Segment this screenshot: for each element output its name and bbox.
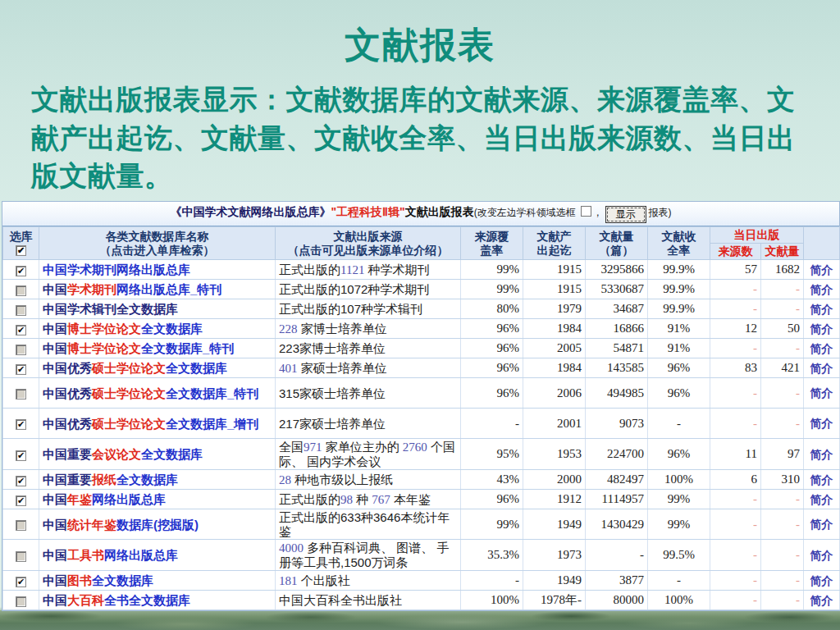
- db-name-link[interactable]: 中国大百科全书全文数据库: [43, 593, 190, 607]
- volume-cell[interactable]: 9073: [586, 409, 648, 439]
- volume-cell[interactable]: 224700: [586, 439, 648, 470]
- row-select-checkbox[interactable]: [16, 520, 26, 531]
- table-row: ✔中国重要报纸全文数据库28 种地市级以上报纸43%2000482497100%…: [3, 470, 840, 490]
- volume-cell[interactable]: 5330687: [586, 280, 648, 299]
- row-select-checkbox[interactable]: [16, 305, 26, 316]
- show-button[interactable]: 显示: [605, 206, 646, 223]
- today-volume-cell: 421: [761, 358, 804, 378]
- db-name-link[interactable]: 中国学术期刊网络出版总库_特刊: [43, 282, 221, 296]
- name-cell: 中国优秀硕士学位论文全文数据库_特刊: [39, 378, 276, 409]
- caption-note-prefix: (改变左边学科领域选框: [474, 207, 576, 218]
- intro-cell: 简介: [804, 358, 840, 378]
- name-cell: 中国学术辑刊全文数据库: [39, 299, 276, 319]
- col-header-coverage-line2: 盖率: [461, 244, 523, 258]
- volume-cell[interactable]: 494985: [586, 378, 648, 409]
- volume-cell[interactable]: 1430429: [586, 509, 648, 540]
- span-cell: 1915: [523, 280, 586, 299]
- table-row: ✔中国年鉴网络出版总库正式出版的98 种 767 本年鉴96%191211149…: [3, 490, 840, 509]
- today-volume-cell: -: [761, 378, 804, 409]
- db-name-link[interactable]: 中国优秀硕士学位论文全文数据库: [43, 361, 227, 375]
- row-select-checkbox[interactable]: ✔: [16, 325, 26, 336]
- intro-link[interactable]: 简介: [810, 322, 833, 336]
- row-select-checkbox[interactable]: [16, 285, 26, 296]
- select-cell: ✔: [3, 470, 39, 490]
- completeness-cell: 100%: [648, 591, 710, 610]
- subject-area-checkbox[interactable]: [581, 206, 591, 217]
- volume-cell[interactable]: 54871: [586, 339, 648, 358]
- volume-cell[interactable]: 3295866: [586, 260, 648, 280]
- span-cell: 1984: [523, 319, 586, 339]
- intro-link[interactable]: 简介: [810, 594, 833, 607]
- col-header-span-line2: 出起讫: [523, 244, 585, 258]
- span-cell: 1984: [523, 358, 586, 378]
- db-name-link[interactable]: 中国学术期刊网络出版总库: [43, 262, 190, 276]
- volume-cell[interactable]: 482497: [586, 470, 648, 490]
- name-cell: 中国学术期刊网络出版总库: [39, 260, 276, 280]
- table-row: ✔中国重要会议论文全文数据库全国971 家单位主办的 2760 个国际、 国内学…: [3, 439, 840, 470]
- span-cell: 1979: [523, 299, 586, 319]
- intro-link[interactable]: 简介: [810, 342, 833, 355]
- db-name-link[interactable]: 中国博士学位论文全文数据库: [43, 322, 203, 336]
- row-select-checkbox[interactable]: [16, 551, 26, 562]
- intro-link[interactable]: 简介: [810, 574, 833, 587]
- coverage-cell: 99%: [461, 260, 523, 280]
- intro-cell: 简介: [804, 280, 840, 299]
- db-name-link[interactable]: 中国重要会议论文全文数据库: [43, 447, 203, 461]
- row-select-checkbox[interactable]: [16, 596, 26, 607]
- intro-cell: 简介: [804, 571, 840, 591]
- row-select-checkbox[interactable]: ✔: [16, 476, 26, 486]
- volume-cell[interactable]: 80000: [586, 591, 648, 610]
- db-name-link[interactable]: 中国重要报纸全文数据库: [43, 472, 178, 486]
- coverage-cell: -: [461, 409, 523, 439]
- db-name-link[interactable]: 中国优秀硕士学位论文全文数据库_增刊: [43, 417, 258, 431]
- row-select-checkbox[interactable]: ✔: [16, 364, 26, 375]
- row-select-checkbox[interactable]: ✔: [16, 450, 26, 461]
- row-select-checkbox[interactable]: ✔: [16, 577, 26, 587]
- row-select-checkbox[interactable]: [16, 345, 26, 355]
- today-source-cell: 12: [710, 319, 761, 339]
- db-name-link[interactable]: 中国工具书网络出版总库: [43, 548, 178, 562]
- db-name-link[interactable]: 中国图书全文数据库: [43, 573, 153, 587]
- intro-link[interactable]: 简介: [810, 283, 833, 296]
- row-select-checkbox[interactable]: [16, 389, 26, 399]
- intro-link[interactable]: 简介: [810, 473, 833, 486]
- volume-cell[interactable]: 3877: [586, 571, 648, 591]
- row-select-checkbox[interactable]: ✔: [16, 495, 26, 506]
- volume-cell[interactable]: 1114957: [586, 490, 648, 509]
- intro-link[interactable]: 简介: [810, 518, 833, 531]
- intro-link[interactable]: 简介: [810, 362, 833, 375]
- today-source-cell: -: [710, 378, 761, 409]
- span-cell: 2006: [523, 378, 586, 409]
- row-select-checkbox[interactable]: ✔: [16, 266, 26, 276]
- caption-report-label: 文献出版报表: [405, 205, 474, 218]
- intro-link[interactable]: 简介: [810, 448, 833, 461]
- volume-cell[interactable]: 16866: [586, 319, 648, 339]
- intro-link[interactable]: 简介: [810, 493, 833, 506]
- intro-link[interactable]: 简介: [810, 263, 833, 276]
- intro-link[interactable]: 简介: [810, 303, 833, 316]
- intro-link[interactable]: 简介: [810, 549, 833, 562]
- span-cell: 2001: [523, 409, 586, 439]
- select-cell: [3, 509, 39, 540]
- completeness-cell: 91%: [648, 339, 710, 358]
- volume-cell[interactable]: 143585: [586, 358, 648, 378]
- intro-cell: 简介: [804, 299, 840, 319]
- db-name-link[interactable]: 中国博士学位论文全文数据库_特刊: [43, 341, 234, 355]
- volume-cell[interactable]: 34687: [586, 299, 648, 319]
- volume-cell[interactable]: -: [586, 540, 648, 571]
- db-name-link[interactable]: 中国统计年鉴数据库(挖掘版): [43, 518, 199, 532]
- span-cell: 1949: [523, 571, 586, 591]
- db-name-link[interactable]: 中国年鉴网络出版总库: [43, 492, 166, 506]
- db-name-link[interactable]: 中国优秀硕士学位论文全文数据库_特刊: [43, 386, 258, 400]
- db-name-link[interactable]: 中国学术辑刊全文数据库: [43, 302, 178, 316]
- intro-link[interactable]: 简介: [810, 417, 833, 430]
- source-cell: 全国971 家单位主办的 2760 个国际、 国内学术会议: [276, 439, 461, 470]
- caption-subject-series: "工程科技Ⅱ辑": [331, 205, 404, 218]
- completeness-cell: 96%: [648, 439, 710, 470]
- col-header-volume-line2: （篇）: [586, 244, 647, 258]
- source-cell: 181 个出版社: [276, 571, 461, 591]
- intro-link[interactable]: 简介: [810, 386, 833, 399]
- intro-cell: 简介: [804, 591, 840, 610]
- row-select-checkbox[interactable]: ✔: [16, 419, 26, 430]
- select-all-checkbox[interactable]: ✔: [16, 245, 26, 256]
